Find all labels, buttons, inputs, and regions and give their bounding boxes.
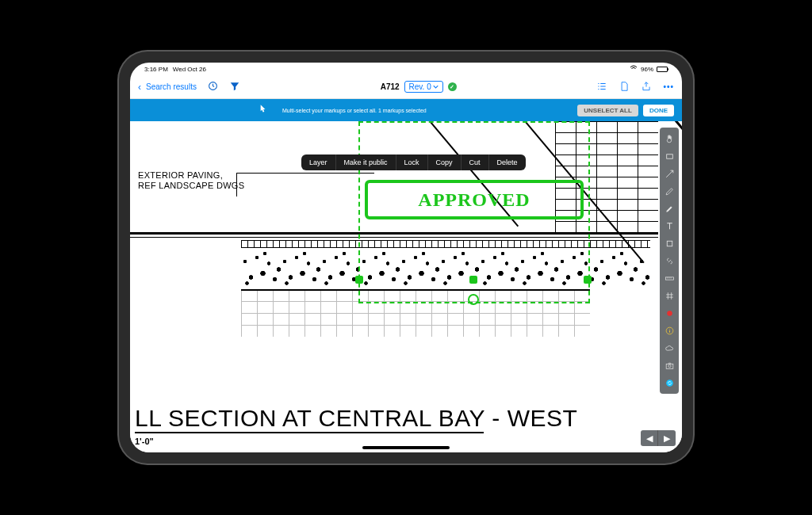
ctx-cut[interactable]: Cut (462, 154, 489, 170)
svg-rect-1 (666, 154, 672, 158)
title-underline (135, 432, 484, 433)
back-label[interactable]: Search results (146, 82, 197, 91)
selection-handle[interactable] (469, 276, 477, 284)
battery-icon (657, 67, 668, 72)
screen: 3:16 PM Wed Oct 26 96% ‹ Search results (130, 63, 682, 452)
arrow-tool-icon[interactable] (661, 166, 677, 181)
share-icon[interactable] (641, 81, 652, 93)
tablet-frame: 3:16 PM Wed Oct 26 96% ‹ Search results (119, 52, 693, 464)
home-indicator (362, 446, 450, 449)
pen-tool-icon[interactable] (661, 183, 677, 199)
status-date: Wed Oct 26 (173, 66, 206, 73)
camera-tool-icon[interactable] (661, 357, 677, 373)
record-tool-icon[interactable] (661, 305, 677, 321)
ctx-copy[interactable]: Copy (428, 154, 462, 170)
floor-hatch (241, 289, 590, 337)
drawing-line (241, 289, 590, 291)
drawing-line (130, 232, 658, 235)
ruler-tool-icon[interactable] (661, 270, 677, 286)
highlighter-tool-icon[interactable] (661, 200, 677, 216)
chevron-down-icon (433, 84, 439, 90)
svg-point-8 (666, 380, 673, 387)
filter-icon[interactable] (229, 81, 240, 93)
back-chevron-icon[interactable]: ‹ (138, 82, 141, 93)
list-icon[interactable] (596, 81, 607, 93)
selection-handle[interactable] (355, 276, 363, 284)
ctx-make-public[interactable]: Make it public (336, 154, 396, 170)
link-tool-icon[interactable] (661, 253, 677, 269)
wifi-icon (630, 65, 638, 73)
drawing-canvas[interactable]: EXTERIOR PAVING,REF LANDSCAPE DWGS LL SE… (130, 121, 682, 452)
markup-toolbar (660, 128, 679, 394)
multiselect-message: Multi-select your markups or select all.… (282, 108, 427, 113)
pointer-icon (257, 104, 268, 116)
revision-dropdown[interactable]: Rev. 0 (404, 81, 443, 93)
app-nav-bar: ‹ Search results A712 Rev. 0 ✓ (130, 75, 682, 99)
approved-stamp[interactable]: APPROVED (365, 180, 584, 219)
leader-line (236, 173, 237, 196)
status-bar: 3:16 PM Wed Oct 26 96% (130, 63, 682, 75)
verified-icon: ✓ (448, 82, 457, 91)
next-page-button[interactable]: ▶ (658, 430, 676, 446)
info-tool-icon[interactable] (661, 322, 677, 338)
leader-line (236, 173, 374, 174)
drawing-note: EXTERIOR PAVING,REF LANDSCAPE DWGS (138, 170, 244, 191)
ctx-delete[interactable]: Delete (489, 154, 526, 170)
rect-tool-icon[interactable] (661, 148, 677, 164)
selection-handle[interactable] (584, 276, 592, 284)
hash-tool-icon[interactable] (661, 288, 677, 303)
shape-tool-icon[interactable] (661, 235, 677, 251)
battery-percent: 96% (641, 66, 653, 73)
status-time: 3:16 PM (144, 66, 168, 73)
svg-point-7 (668, 364, 670, 367)
prev-page-button[interactable]: ◀ (641, 430, 658, 446)
text-tool-icon[interactable] (661, 218, 677, 234)
page-nav: ◀ ▶ (641, 430, 676, 446)
tile-hatch (241, 240, 650, 248)
recent-icon[interactable] (208, 81, 218, 93)
ctx-layer[interactable]: Layer (301, 154, 336, 170)
multiselect-bar: Multi-select your markups or select all.… (130, 99, 682, 121)
done-button[interactable]: DONE (643, 105, 674, 116)
rotation-handle[interactable] (468, 294, 479, 305)
drawing-title: LL SECTION AT CENTRAL BAY - WEST (135, 405, 577, 432)
document-id: A712 (381, 82, 400, 91)
svg-rect-2 (667, 241, 672, 246)
svg-point-4 (667, 311, 672, 316)
drawing-line (130, 237, 658, 238)
context-menu: Layer Make it public Lock Copy Cut Delet… (301, 154, 526, 170)
more-icon[interactable]: ••• (663, 82, 674, 91)
cloud-tool-icon[interactable] (661, 340, 677, 356)
hand-tool-icon[interactable] (661, 131, 677, 147)
stamp-label: APPROVED (418, 189, 530, 211)
svg-rect-3 (665, 277, 673, 279)
sync-tool-icon[interactable] (661, 375, 677, 391)
unselect-all-button[interactable]: UNSELECT ALL (577, 105, 638, 116)
document-icon[interactable] (619, 81, 630, 93)
ctx-lock[interactable]: Lock (396, 154, 428, 170)
revision-label: Rev. 0 (409, 82, 431, 91)
drawing-scale: 1'-0" (135, 437, 154, 446)
